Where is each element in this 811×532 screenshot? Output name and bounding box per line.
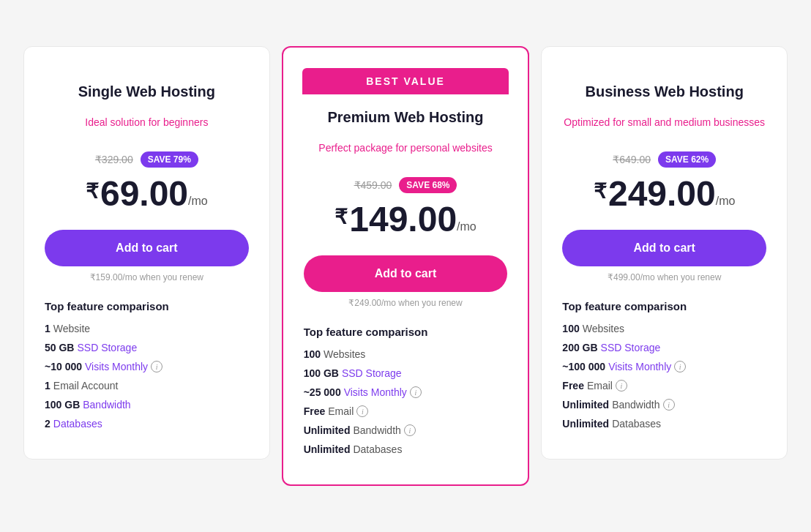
add-to-cart-btn-premium[interactable]: Add to cart — [304, 255, 508, 292]
info-icon-premium-3[interactable]: i — [356, 405, 368, 417]
features-title-single: Top feature comparison — [45, 300, 249, 312]
feature-text-business-5: Databases — [612, 418, 661, 430]
feature-item-premium-0: 100 Websites — [304, 348, 508, 360]
feature-text-premium-3: Email — [328, 405, 354, 417]
save-badge-single: SAVE 79% — [141, 151, 198, 168]
per-month-premium: /mo — [457, 220, 476, 233]
info-icon-premium-2[interactable]: i — [410, 386, 422, 398]
feature-bold-single-5: 2 — [45, 418, 51, 430]
best-value-banner: BEST VALUE — [302, 68, 509, 94]
feature-text-single-1: SSD Storage — [77, 342, 137, 353]
feature-bold-business-2: ~100 000 — [562, 361, 605, 372]
pricing-container: Single Web HostingIdeal solution for beg… — [18, 46, 793, 486]
add-to-cart-btn-single[interactable]: Add to cart — [45, 230, 249, 266]
feature-text-business-2: Visits Monthly — [608, 361, 671, 372]
pricing-row-premium: ₹459.00 SAVE 68% — [304, 177, 508, 193]
currency-symbol: ₹ — [594, 179, 607, 203]
features-title-business: Top feature comparison — [562, 300, 766, 312]
feature-text-single-0: Website — [53, 323, 90, 334]
feature-bold-premium-0: 100 — [304, 348, 321, 360]
info-icon-business-4[interactable]: i — [663, 399, 675, 411]
feature-text-business-1: SSD Storage — [601, 342, 661, 353]
plan-name-business: Business Web Hosting — [562, 83, 766, 100]
feature-item-business-5: Unlimited Databases — [562, 418, 766, 430]
feature-item-single-0: 1 Website — [45, 323, 249, 334]
per-month-single: /mo — [188, 195, 208, 208]
feature-bold-business-4: Unlimited — [562, 399, 609, 411]
plan-card-single: Single Web HostingIdeal solution for beg… — [23, 46, 270, 460]
renew-price-premium: ₹249.00/mo when you renew — [304, 298, 508, 308]
feature-bold-single-1: 50 GB — [45, 342, 74, 353]
renew-price-business: ₹499.00/mo when you renew — [562, 272, 766, 282]
plan-tagline-single: Ideal solution for beginners — [45, 108, 249, 137]
feature-item-premium-4: Unlimited Bandwidth i — [304, 424, 508, 436]
feature-item-single-1: 50 GB SSD Storage — [45, 342, 249, 353]
feature-bold-business-1: 200 GB — [562, 342, 597, 353]
feature-bold-premium-1: 100 GB — [304, 367, 339, 379]
feature-text-business-3: Email — [587, 380, 613, 391]
feature-text-business-0: Websites — [583, 323, 624, 334]
feature-bold-single-2: ~10 000 — [45, 361, 82, 372]
renew-price-single: ₹159.00/mo when you renew — [45, 272, 249, 282]
original-price-single: ₹329.00 — [95, 154, 133, 165]
feature-bold-business-5: Unlimited — [562, 418, 609, 430]
feature-text-premium-5: Databases — [353, 443, 402, 455]
feature-bold-business-0: 100 — [562, 323, 579, 334]
feature-item-single-5: 2 Databases — [45, 418, 249, 430]
current-price-premium: ₹ 149.00 /mo — [304, 199, 508, 239]
plan-card-premium: BEST VALUEPremium Web HostingPerfect pac… — [282, 46, 530, 486]
currency-symbol: ₹ — [335, 205, 348, 229]
feature-item-business-4: Unlimited Bandwidth i — [562, 399, 766, 411]
feature-text-premium-1: SSD Storage — [342, 367, 402, 379]
price-value-premium: 149.00 — [349, 199, 457, 239]
feature-item-business-3: Free Email i — [562, 380, 766, 391]
feature-text-single-2: Visits Monthly — [85, 361, 148, 372]
plan-name-single: Single Web Hosting — [45, 83, 249, 100]
feature-bold-premium-2: ~25 000 — [304, 386, 341, 398]
pricing-row-business: ₹649.00 SAVE 62% — [562, 151, 766, 168]
per-month-business: /mo — [716, 195, 736, 208]
pricing-row-single: ₹329.00 SAVE 79% — [45, 151, 249, 168]
original-price-premium: ₹459.00 — [354, 179, 392, 191]
info-icon-premium-4[interactable]: i — [404, 424, 416, 436]
feature-text-business-4: Bandwidth — [612, 399, 659, 411]
feature-item-premium-5: Unlimited Databases — [304, 443, 508, 455]
feature-text-single-3: Email Account — [53, 380, 119, 391]
feature-item-business-1: 200 GB SSD Storage — [562, 342, 766, 353]
feature-item-single-3: 1 Email Account — [45, 380, 249, 391]
feature-item-business-2: ~100 000 Visits Monthly i — [562, 361, 766, 372]
price-value-single: 69.00 — [100, 173, 188, 214]
plan-tagline-business: Optimized for small and medium businesse… — [562, 108, 766, 137]
add-to-cart-btn-business[interactable]: Add to cart — [562, 230, 766, 266]
feature-bold-single-3: 1 — [45, 380, 51, 391]
feature-bold-single-0: 1 — [45, 323, 51, 334]
feature-text-premium-0: Websites — [324, 348, 365, 360]
currency-symbol: ₹ — [86, 179, 99, 203]
feature-text-premium-2: Visits Monthly — [344, 386, 407, 398]
current-price-business: ₹ 249.00 /mo — [562, 173, 766, 214]
feature-item-single-2: ~10 000 Visits Monthly i — [45, 361, 249, 372]
plan-name-premium: Premium Web Hosting — [304, 109, 508, 126]
feature-bold-premium-5: Unlimited — [304, 443, 351, 455]
info-icon-business-2[interactable]: i — [674, 361, 686, 372]
feature-bold-single-4: 100 GB — [45, 399, 80, 411]
feature-item-premium-1: 100 GB SSD Storage — [304, 367, 508, 379]
feature-bold-business-3: Free — [562, 380, 584, 391]
plan-tagline-premium: Perfect package for personal websites — [304, 133, 508, 162]
feature-text-single-5: Databases — [53, 418, 102, 430]
feature-bold-premium-4: Unlimited — [304, 424, 351, 436]
feature-item-premium-3: Free Email i — [304, 405, 508, 417]
plan-card-business: Business Web HostingOptimized for small … — [541, 46, 788, 460]
feature-item-premium-2: ~25 000 Visits Monthly i — [304, 386, 508, 398]
save-badge-premium: SAVE 68% — [399, 177, 457, 193]
feature-item-single-4: 100 GB Bandwidth — [45, 399, 249, 411]
info-icon-business-3[interactable]: i — [616, 380, 627, 391]
feature-item-business-0: 100 Websites — [562, 323, 766, 334]
info-icon-single-2[interactable]: i — [151, 361, 162, 372]
feature-bold-premium-3: Free — [304, 405, 326, 417]
feature-text-single-4: Bandwidth — [83, 399, 130, 411]
feature-text-premium-4: Bandwidth — [353, 424, 400, 436]
original-price-business: ₹649.00 — [613, 154, 651, 165]
price-value-business: 249.00 — [608, 173, 716, 214]
save-badge-business: SAVE 62% — [658, 151, 716, 168]
